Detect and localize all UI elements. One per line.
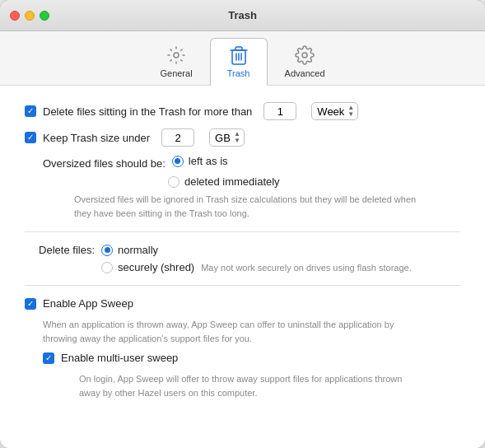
app-sweep-checkbox-row: ✓ Enable App Sweep: [25, 297, 460, 310]
delete-files-trash-label: Delete files sitting in the Trash for mo…: [43, 105, 252, 118]
toolbar: General Trash Advanced: [0, 31, 485, 86]
oversized-section: Oversized files should be: left as is de…: [43, 155, 460, 188]
oversized-label-row: Oversized files should be: left as is: [43, 155, 460, 171]
delete-files-normally-row: Delete files: normally: [25, 244, 460, 256]
app-sweep-label: Enable App Sweep: [43, 297, 133, 310]
divider-1: [25, 231, 460, 232]
trash-size-unit-label: GB: [215, 132, 231, 144]
oversized-label: Oversized files should be:: [43, 157, 166, 170]
titlebar: Trash: [0, 0, 485, 31]
keep-trash-size-row: ✓ Keep Trash size under GB ▲ ▼: [25, 128, 460, 147]
delete-files-securely-row: securely (shred) May not work securely o…: [101, 261, 460, 273]
window-title: Trash: [228, 9, 257, 21]
multi-user-checkbox-row: ✓ Enable multi-user sweep: [43, 352, 460, 364]
tab-general-label: General: [160, 68, 192, 78]
oversized-left-radio-row: left as is: [172, 155, 228, 167]
delete-securely-radio[interactable]: [101, 262, 113, 273]
oversized-deleted-radio[interactable]: [168, 176, 180, 188]
trash-size-input[interactable]: [161, 128, 194, 147]
svg-point-0: [174, 53, 179, 58]
multi-user-label: Enable multi-user sweep: [61, 352, 178, 364]
trash-days-input[interactable]: [263, 102, 296, 120]
svg-point-2: [302, 53, 307, 58]
tab-trash-label: Trash: [227, 68, 250, 78]
oversized-left-label: left as is: [189, 155, 228, 167]
multi-user-help-text: On login, App Sweep will offer to throw …: [79, 372, 425, 399]
trash-size-unit-select[interactable]: GB ▲ ▼: [209, 128, 245, 147]
delete-securely-label: securely (shred): [118, 261, 194, 273]
app-sweep-checkbox[interactable]: ✓: [25, 298, 36, 310]
trash-size-unit-arrows: ▲ ▼: [234, 131, 240, 144]
main-window: Trash General Trash: [0, 0, 485, 448]
delete-files-label: Delete files:: [25, 244, 95, 256]
tab-trash[interactable]: Trash: [210, 38, 268, 86]
keep-trash-size-checkbox[interactable]: ✓: [25, 132, 36, 143]
oversized-left-radio[interactable]: [172, 156, 184, 167]
app-sweep-section: ✓ Enable App Sweep When an application i…: [25, 297, 460, 399]
trash-unit-label: Week: [317, 105, 344, 118]
maximize-button[interactable]: [40, 11, 49, 21]
delete-files-trash-checkbox[interactable]: ✓: [25, 105, 36, 117]
delete-securely-note: May not work securely on drives using fl…: [201, 263, 412, 273]
close-button[interactable]: [10, 11, 20, 21]
traffic-lights: [10, 11, 49, 21]
minimize-button[interactable]: [25, 11, 35, 21]
delete-files-trash-row: ✓ Delete files sitting in the Trash for …: [25, 102, 460, 120]
content-area: ✓ Delete files sitting in the Trash for …: [0, 86, 485, 448]
trash-unit-select[interactable]: Week ▲ ▼: [311, 102, 358, 120]
trash-unit-arrows: ▲ ▼: [347, 105, 354, 118]
oversized-deleted-label: deleted immediately: [184, 175, 280, 188]
divider-2: [25, 285, 460, 286]
app-sweep-help-text: When an application is thrown away, App …: [43, 318, 405, 345]
delete-normally-radio[interactable]: [101, 245, 113, 256]
delete-normally-label: normally: [118, 244, 158, 256]
tab-general[interactable]: General: [146, 38, 206, 85]
oversized-help-text: Oversized files will be ignored in Trash…: [74, 193, 428, 220]
general-icon: [165, 44, 188, 67]
keep-trash-size-label: Keep Trash size under: [43, 132, 150, 144]
oversized-deleted-radio-row: deleted immediately: [168, 175, 460, 188]
trash-icon: [227, 44, 250, 67]
multi-user-section: ✓ Enable multi-user sweep On login, App …: [43, 352, 460, 399]
oversized-deleted-row: deleted immediately: [168, 175, 460, 188]
multi-user-checkbox[interactable]: ✓: [43, 352, 54, 364]
tab-advanced[interactable]: Advanced: [271, 38, 339, 85]
tab-advanced-label: Advanced: [285, 68, 325, 78]
delete-files-section: Delete files: normally securely (shred) …: [25, 244, 460, 273]
advanced-icon: [293, 44, 316, 67]
